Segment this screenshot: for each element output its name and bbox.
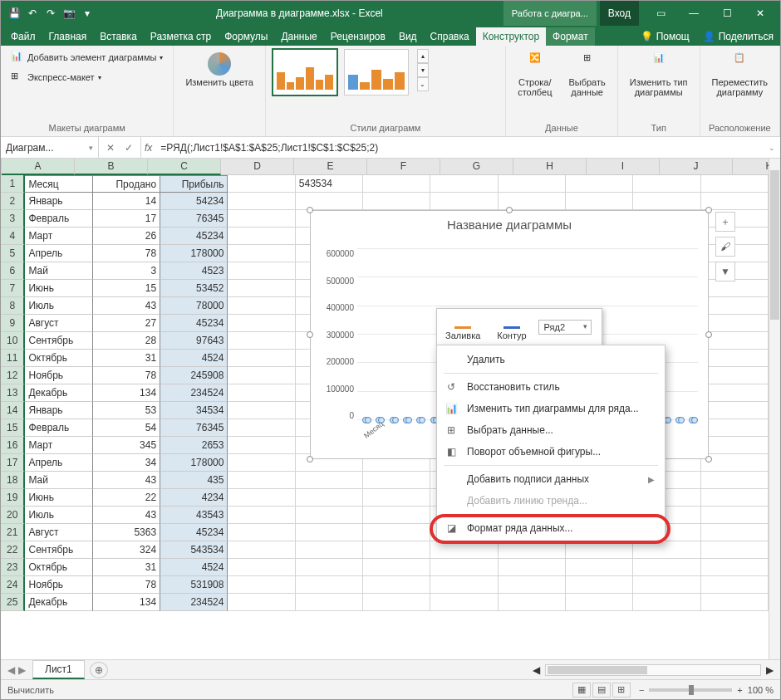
cell[interactable] xyxy=(566,175,633,193)
cell[interactable] xyxy=(633,193,700,210)
row-header[interactable]: 11 xyxy=(1,350,25,367)
share-button[interactable]: 👤Поделиться xyxy=(696,27,780,46)
row-header[interactable]: 8 xyxy=(1,297,25,315)
cell[interactable]: 43 xyxy=(93,507,160,524)
cell[interactable]: Август xyxy=(25,315,92,332)
cell[interactable]: Сентябрь xyxy=(25,332,92,350)
cell[interactable]: 435 xyxy=(160,472,228,489)
cell[interactable]: 43543 xyxy=(160,507,228,524)
cell[interactable] xyxy=(228,541,295,559)
zoom-slider[interactable] xyxy=(649,688,732,692)
cell[interactable]: 178000 xyxy=(160,454,228,472)
cell[interactable] xyxy=(430,576,498,594)
context-menu-item[interactable]: ◧Поворот объемной фигуры... xyxy=(437,441,665,463)
row-header[interactable]: 25 xyxy=(1,594,25,611)
row-header[interactable]: 24 xyxy=(1,576,25,594)
cell[interactable]: Ноябрь xyxy=(25,367,92,384)
cell[interactable]: 43 xyxy=(93,297,160,315)
row-header[interactable]: 9 xyxy=(1,315,25,332)
column-header[interactable]: E xyxy=(294,159,367,175)
cell[interactable]: Январь xyxy=(25,402,92,419)
cell[interactable] xyxy=(701,507,769,524)
row-header[interactable]: 1 xyxy=(1,175,25,193)
cell[interactable]: 34 xyxy=(93,454,160,472)
expand-formula-icon[interactable]: ⌄ xyxy=(764,144,780,152)
cell[interactable] xyxy=(228,280,295,297)
cell[interactable]: 531908 xyxy=(160,576,228,594)
cell[interactable] xyxy=(228,297,295,315)
cell[interactable]: 45234 xyxy=(160,315,228,332)
cell[interactable] xyxy=(363,576,430,594)
cell[interactable] xyxy=(499,175,566,193)
row-header[interactable]: 19 xyxy=(1,489,25,507)
cell[interactable]: Март xyxy=(25,437,92,454)
resize-handle[interactable] xyxy=(307,207,313,213)
cell[interactable] xyxy=(701,419,769,437)
cell[interactable] xyxy=(363,489,430,507)
cell[interactable]: 14 xyxy=(93,193,160,210)
chart-style-2[interactable] xyxy=(344,49,409,95)
cell[interactable] xyxy=(701,541,769,559)
cell[interactable] xyxy=(701,559,769,576)
cell[interactable]: 324 xyxy=(93,541,160,559)
cell[interactable] xyxy=(701,524,769,541)
cell[interactable] xyxy=(701,437,769,454)
cell[interactable]: Апрель xyxy=(25,454,92,472)
cell[interactable]: 5363 xyxy=(93,524,160,541)
cell[interactable] xyxy=(228,559,295,576)
cell[interactable]: Май xyxy=(25,262,92,280)
row-header[interactable]: 6 xyxy=(1,262,25,280)
cell[interactable]: 26 xyxy=(93,228,160,245)
cell[interactable]: Месяц xyxy=(25,175,92,193)
cell[interactable] xyxy=(701,472,769,489)
cell[interactable] xyxy=(296,541,363,559)
cell[interactable] xyxy=(566,559,633,576)
fx-icon[interactable]: fx xyxy=(141,142,155,154)
row-header[interactable]: 20 xyxy=(1,507,25,524)
tab-insert[interactable]: Вставка xyxy=(93,27,144,46)
row-header[interactable]: 3 xyxy=(1,210,25,228)
cell[interactable]: 45234 xyxy=(160,228,228,245)
worksheet-grid[interactable]: ABCDEFGHIJK 1МесяцПроданоПрибыль5435342Я… xyxy=(1,159,769,659)
cell[interactable]: 76345 xyxy=(160,419,228,437)
cell[interactable] xyxy=(296,576,363,594)
cell[interactable] xyxy=(296,193,363,210)
column-header[interactable]: A xyxy=(2,159,75,175)
cell[interactable] xyxy=(566,193,633,210)
cell[interactable] xyxy=(363,472,430,489)
cell[interactable]: 17 xyxy=(93,210,160,228)
change-colors-button[interactable]: Изменить цвета xyxy=(180,49,258,91)
cell[interactable] xyxy=(363,524,430,541)
cell[interactable]: Продано xyxy=(93,175,160,193)
cell[interactable] xyxy=(566,594,633,611)
resize-handle[interactable] xyxy=(705,207,712,213)
resize-handle[interactable] xyxy=(307,456,313,463)
cell[interactable]: Декабрь xyxy=(25,384,92,402)
column-header[interactable]: J xyxy=(660,159,733,175)
cell[interactable]: Сентябрь xyxy=(25,541,92,559)
row-header[interactable]: 10 xyxy=(1,332,25,350)
cell[interactable] xyxy=(701,350,769,367)
cell[interactable]: 245908 xyxy=(160,367,228,384)
cell[interactable]: 78 xyxy=(93,367,160,384)
formula-input[interactable]: =РЯД(;Лист1!$A$1:$A$25;Лист1!$C$1:$C$25;… xyxy=(155,142,764,154)
cell[interactable]: 134 xyxy=(93,594,160,611)
scroll-right-icon[interactable]: ▶ xyxy=(766,664,774,676)
cell[interactable]: 78000 xyxy=(160,297,228,315)
close-icon[interactable]: ✕ xyxy=(745,1,775,26)
tab-help[interactable]: Справка xyxy=(424,27,476,46)
cell[interactable]: 4234 xyxy=(160,489,228,507)
cell[interactable]: 78 xyxy=(93,245,160,262)
tab-home[interactable]: Главная xyxy=(42,27,94,46)
cell[interactable] xyxy=(228,454,295,472)
cell[interactable] xyxy=(296,524,363,541)
column-header[interactable]: K xyxy=(733,159,769,175)
cell[interactable] xyxy=(228,210,295,228)
cell[interactable]: Декабрь xyxy=(25,594,92,611)
gallery-scroll[interactable]: ▴▾⌄ xyxy=(417,49,429,91)
select-data-button[interactable]: ⊞Выбрать данные xyxy=(563,49,610,100)
cell[interactable] xyxy=(701,175,769,193)
cell[interactable]: 234524 xyxy=(160,384,228,402)
cell[interactable] xyxy=(430,175,498,193)
switch-row-col-button[interactable]: 🔀Строка/ столбец xyxy=(513,49,557,100)
